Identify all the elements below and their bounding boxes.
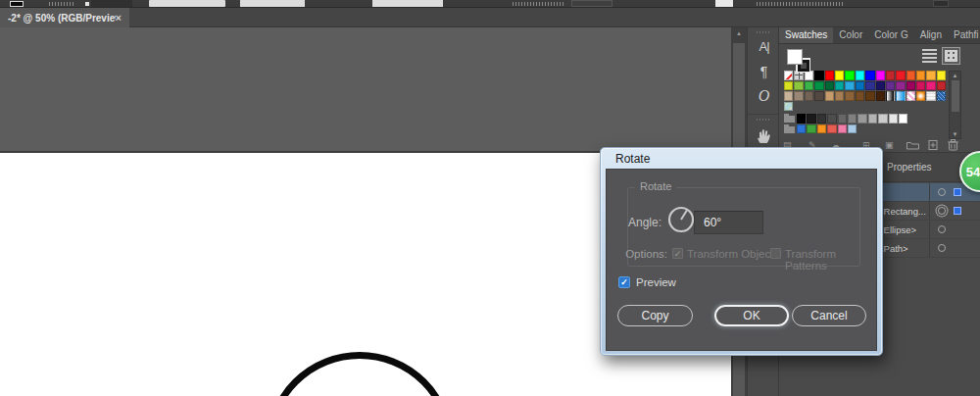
toolbar-field[interactable] <box>372 0 443 7</box>
swatch[interactable] <box>878 114 887 124</box>
toolbar-field[interactable] <box>715 0 733 7</box>
target-circle-icon[interactable] <box>938 207 946 215</box>
tab-properties[interactable]: Properties <box>887 162 932 173</box>
panel-grip[interactable] <box>757 119 770 121</box>
swatch[interactable] <box>848 124 857 134</box>
panel-tab-align[interactable]: Align <box>914 27 948 43</box>
swatch[interactable] <box>807 114 815 124</box>
swatch[interactable] <box>858 114 866 124</box>
swatch[interactable] <box>784 91 793 101</box>
swatch[interactable] <box>784 81 793 91</box>
swatch[interactable] <box>886 91 895 101</box>
swatch[interactable] <box>889 114 898 124</box>
swatch[interactable] <box>794 91 803 101</box>
swatch[interactable] <box>926 91 935 101</box>
scroll-down-icon[interactable]: ▼ <box>950 131 960 137</box>
swatch[interactable] <box>865 71 874 80</box>
selection-indicator[interactable] <box>954 207 961 215</box>
swatch[interactable] <box>827 114 836 124</box>
toolbar-field[interactable] <box>240 0 305 7</box>
swatch[interactable] <box>845 71 854 80</box>
swatch[interactable] <box>926 71 935 80</box>
opentype-panel-icon[interactable]: O <box>748 87 780 105</box>
swatch[interactable] <box>937 71 946 80</box>
swatch[interactable] <box>865 81 874 91</box>
artwork-outer-circle[interactable] <box>266 352 454 396</box>
swatch[interactable] <box>886 71 895 80</box>
swatch[interactable] <box>926 81 935 91</box>
swatch[interactable] <box>916 91 925 101</box>
swatch[interactable] <box>937 81 946 91</box>
preview-checkbox[interactable]: ✓ <box>618 276 630 288</box>
swatch[interactable] <box>814 91 823 101</box>
scroll-up-icon[interactable]: ▲ <box>950 73 960 78</box>
fill-color-indicator[interactable] <box>787 49 803 65</box>
swatch[interactable] <box>906 71 915 80</box>
swatch[interactable] <box>916 71 925 80</box>
document-tab[interactable]: -2* @ 50% (RGB/Preview) × <box>0 8 129 27</box>
swatch[interactable] <box>835 81 844 91</box>
swatch[interactable] <box>896 71 905 80</box>
panel-tab-color-g[interactable]: Color G <box>868 27 913 43</box>
close-tab-icon[interactable]: × <box>116 13 122 23</box>
swatch[interactable] <box>817 124 826 134</box>
swatch[interactable] <box>876 81 885 91</box>
swatch[interactable] <box>817 114 826 124</box>
swatch[interactable] <box>805 81 813 91</box>
color-group-icon[interactable] <box>784 124 796 134</box>
swatch[interactable] <box>835 91 844 101</box>
swatch[interactable] <box>886 81 895 91</box>
swatch[interactable] <box>865 91 874 101</box>
cancel-button[interactable]: Cancel <box>792 305 866 326</box>
swatch[interactable] <box>838 114 847 124</box>
ok-button[interactable]: OK <box>714 305 789 326</box>
panel-tab-swatches[interactable]: Swatches <box>779 27 833 43</box>
swatch[interactable] <box>845 91 854 101</box>
swatch[interactable] <box>856 91 864 101</box>
swatch[interactable] <box>845 81 854 91</box>
swatch[interactable] <box>825 71 834 80</box>
angle-input[interactable]: 60° <box>694 211 763 234</box>
panel-tab-pathfi[interactable]: Pathfi <box>948 27 980 43</box>
swatch[interactable] <box>794 81 803 91</box>
swatch[interactable] <box>825 91 834 101</box>
angle-dial[interactable] <box>666 205 696 238</box>
swatches-scrollbar[interactable]: ▲ ▼ <box>949 71 961 139</box>
swatch[interactable] <box>835 71 844 80</box>
swatch[interactable] <box>825 81 834 91</box>
swatch[interactable] <box>876 91 885 101</box>
swatch[interactable] <box>916 81 925 91</box>
swatch[interactable] <box>814 71 823 80</box>
swatch[interactable] <box>807 124 815 134</box>
swatch[interactable] <box>797 114 806 124</box>
swatch[interactable] <box>856 81 864 91</box>
transform-objects-checkbox[interactable]: ✓ <box>672 248 683 259</box>
swatch[interactable] <box>827 124 836 134</box>
swatch[interactable] <box>868 114 877 124</box>
list-view-icon[interactable] <box>922 49 937 63</box>
toolbar-field[interactable] <box>149 0 225 7</box>
grid-view-icon[interactable] <box>942 47 960 65</box>
swatch[interactable] <box>856 71 864 80</box>
swatch[interactable] <box>899 114 907 124</box>
swatch[interactable] <box>805 91 813 101</box>
character-panel-icon[interactable]: A| <box>748 39 780 54</box>
swatch[interactable] <box>838 124 847 134</box>
selection-indicator[interactable] <box>954 188 961 196</box>
gesture-hand-icon[interactable] <box>748 126 780 149</box>
swatch[interactable] <box>797 124 806 134</box>
color-well[interactable] <box>10 1 24 7</box>
swatch[interactable] <box>906 91 915 101</box>
swatch[interactable] <box>906 81 915 91</box>
swatch[interactable] <box>876 71 885 80</box>
paragraph-panel-icon[interactable]: ¶ <box>748 64 780 79</box>
swatch[interactable] <box>784 71 793 80</box>
swatch[interactable] <box>896 81 905 91</box>
swatch[interactable] <box>814 81 823 91</box>
scroll-up-icon[interactable]: ▲ <box>731 30 747 36</box>
panel-grip[interactable] <box>757 31 770 33</box>
copy-button[interactable]: Copy <box>617 305 693 326</box>
color-group-icon[interactable] <box>784 114 796 124</box>
swatch[interactable] <box>784 102 793 112</box>
transform-patterns-checkbox[interactable] <box>770 248 781 259</box>
